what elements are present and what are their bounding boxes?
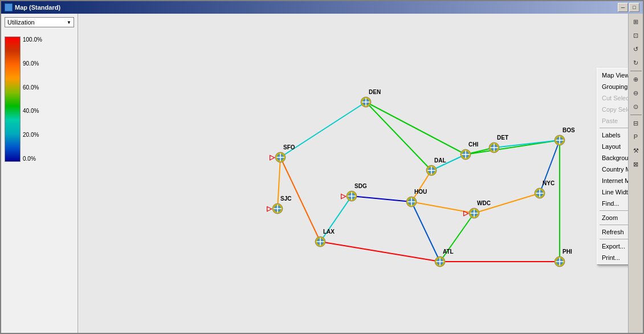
menu-label-background-image: Background Image bbox=[602, 154, 628, 161]
toolbar-redo-icon[interactable]: ↻ bbox=[630, 56, 642, 69]
menu-separator bbox=[600, 210, 628, 211]
menu-item-labels[interactable]: Labels▶ bbox=[597, 129, 628, 141]
menu-item-line-widths[interactable]: Line Widths▶ bbox=[597, 186, 628, 198]
toolbar-label-icon[interactable]: P bbox=[630, 131, 642, 143]
menu-item-refresh[interactable]: Refresh bbox=[597, 226, 628, 238]
legend-label: 0.0% bbox=[23, 156, 42, 162]
right-toolbar: ⊞ ⊡ ↺ ↻ ⊕ ⊖ ⊙ ⊟ P ⚒ ⊠ bbox=[628, 14, 643, 333]
menu-label-refresh: Refresh bbox=[602, 229, 624, 235]
toolbar-table-icon[interactable]: ⊟ bbox=[630, 117, 642, 129]
menu-separator bbox=[600, 239, 628, 239]
map-area[interactable]: Map Views...Grouping▶Cut SelectionCopy S… bbox=[78, 14, 628, 333]
toolbar-zoom-fit-icon[interactable]: ⊙ bbox=[630, 100, 642, 113]
menu-label-zoom: Zoom bbox=[602, 214, 618, 221]
menu-label-export: Export... bbox=[602, 243, 625, 250]
toolbar-zoom-out-icon[interactable]: ⊖ bbox=[630, 87, 642, 99]
menu-label-internet-map-at-click: Internet Map at Click bbox=[602, 177, 628, 184]
app-icon bbox=[5, 3, 13, 11]
window-title: Map (Standard) bbox=[15, 4, 60, 11]
legend-label: 40.0% bbox=[23, 108, 42, 114]
title-bar: Map (Standard) ─ □ bbox=[1, 1, 643, 14]
menu-separator bbox=[600, 225, 628, 225]
menu-item-layout[interactable]: Layout▶ bbox=[597, 141, 628, 152]
menu-label-paste: Paste bbox=[602, 117, 618, 124]
menu-label-line-widths: Line Widths bbox=[602, 189, 628, 195]
menu-item-copy-selection[interactable]: Copy Selection bbox=[597, 104, 628, 115]
maximize-button[interactable]: □ bbox=[629, 3, 639, 12]
legend-label: 100.0% bbox=[23, 36, 42, 43]
legend-label: 60.0% bbox=[23, 84, 42, 91]
menu-item-zoom[interactable]: Zoom▶ bbox=[597, 212, 628, 223]
menu-label-labels: Labels bbox=[602, 132, 620, 139]
menu-label-cut-selection: Cut Selection bbox=[602, 95, 628, 101]
chevron-down-icon: ▼ bbox=[67, 20, 71, 25]
menu-label-grouping: Grouping bbox=[602, 83, 627, 90]
title-bar-left: Map (Standard) bbox=[5, 3, 60, 11]
menu-label-find: Find... bbox=[602, 200, 619, 207]
legend-dropdown-label: Utilization bbox=[7, 19, 35, 26]
legend-label: 90.0% bbox=[23, 60, 42, 67]
menu-item-find[interactable]: Find... bbox=[597, 198, 628, 209]
menu-label-layout: Layout bbox=[602, 143, 621, 150]
main-area: Utilization ▼ 100.0%90.0%60.0%40.0%20.0%… bbox=[1, 14, 643, 333]
menu-label-map-views: Map Views... bbox=[602, 72, 628, 79]
toolbar-separator-2 bbox=[630, 115, 642, 115]
network-map-canvas[interactable] bbox=[78, 14, 628, 333]
toolbar-undo-icon[interactable]: ↺ bbox=[630, 43, 642, 55]
legend-dropdown[interactable]: Utilization ▼ bbox=[5, 17, 74, 27]
menu-item-internet-map-at-click[interactable]: Internet Map at Click▶ bbox=[597, 175, 628, 186]
toolbar-zoom-in-icon[interactable]: ⊕ bbox=[630, 73, 642, 85]
toolbar-info-icon[interactable]: ⊠ bbox=[630, 158, 642, 170]
menu-item-background-image[interactable]: Background Image▶ bbox=[597, 152, 628, 164]
menu-item-export[interactable]: Export... bbox=[597, 241, 628, 252]
minimize-button[interactable]: ─ bbox=[618, 3, 628, 12]
main-window: Map (Standard) ─ □ Utilization ▼ 100.0%9… bbox=[0, 0, 644, 334]
legend-label: 20.0% bbox=[23, 132, 42, 138]
legend-colors: 100.0%90.0%60.0%40.0%20.0%0.0% bbox=[5, 32, 74, 162]
toolbar-separator-1 bbox=[630, 71, 642, 71]
menu-item-print[interactable]: Print... bbox=[597, 252, 628, 263]
menu-item-paste[interactable]: Paste bbox=[597, 115, 628, 127]
legend-panel: Utilization ▼ 100.0%90.0%60.0%40.0%20.0%… bbox=[1, 14, 78, 333]
menu-label-copy-selection: Copy Selection bbox=[602, 106, 628, 113]
toolbar-select-icon[interactable]: ⊡ bbox=[630, 29, 642, 42]
menu-label-print: Print... bbox=[602, 254, 620, 261]
menu-item-map-views[interactable]: Map Views... bbox=[597, 70, 628, 81]
menu-item-cut-selection[interactable]: Cut Selection bbox=[597, 92, 628, 104]
menu-separator bbox=[600, 128, 628, 128]
toolbar-settings-icon[interactable]: ⚒ bbox=[630, 144, 642, 157]
menu-item-grouping[interactable]: Grouping▶ bbox=[597, 81, 628, 92]
title-bar-buttons: ─ □ bbox=[618, 3, 639, 12]
menu-label-country-maps: Country Maps... bbox=[602, 166, 628, 173]
toolbar-grid-icon[interactable]: ⊞ bbox=[630, 15, 642, 28]
context-menu: Map Views...Grouping▶Cut SelectionCopy S… bbox=[597, 68, 628, 265]
menu-item-country-maps[interactable]: Country Maps... bbox=[597, 164, 628, 175]
